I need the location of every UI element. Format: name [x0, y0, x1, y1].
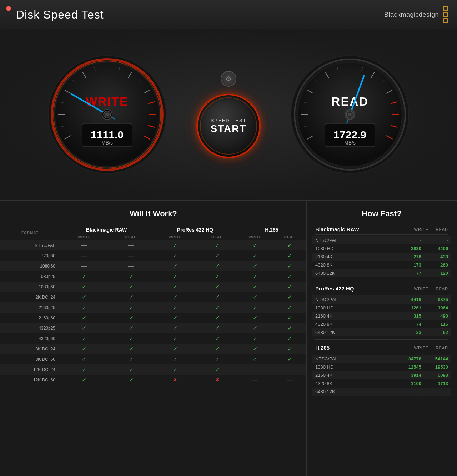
h265-write-cell: ✓ — [237, 323, 273, 333]
check-icon: ✓ — [82, 284, 86, 290]
hf-write-value: 1100 — [402, 381, 421, 386]
hf-write-value: 1261 — [402, 305, 421, 310]
prores-write-cell: ✓ — [153, 250, 197, 261]
check-icon: ✓ — [287, 315, 292, 321]
prores-write-cell: ✓ — [153, 292, 197, 302]
gear-button[interactable]: ⚙ — [221, 71, 236, 87]
check-icon: ✓ — [253, 315, 257, 321]
check-icon: ✓ — [215, 325, 220, 331]
check-icon: ✓ — [129, 346, 134, 352]
check-icon: ✓ — [287, 325, 292, 331]
hf-read-value: 4406 — [428, 246, 448, 251]
table-row: 4320p60 ✓ ✓ ✓ ✓ ✓ ✓ — [0, 333, 306, 344]
braw-write-cell: — — [60, 240, 109, 250]
check-icon: ✓ — [215, 315, 220, 321]
hf-col-headers: WRITE READ — [409, 346, 448, 350]
read-gauge: READ 1722.9 MB/s — [289, 54, 411, 175]
check-icon: ✓ — [173, 273, 177, 279]
braw-read-cell: ✓ — [109, 333, 153, 344]
check-icon: ✓ — [82, 356, 86, 362]
braw-read-cell: ✓ — [109, 354, 153, 364]
braw-write-header: WRITE — [60, 234, 109, 240]
table-row: 4320p25 ✓ ✓ ✓ ✓ ✓ ✓ — [0, 323, 306, 333]
hf-format-name: 4320 8K — [315, 381, 344, 386]
dash-icon: — — [128, 253, 134, 259]
check-icon: ✓ — [215, 273, 220, 279]
hf-data-row: 2160 4K 3914 6093 — [312, 371, 451, 379]
app-window: Disk Speed Test Blackmagicdesign — [0, 0, 457, 476]
braw-write-cell: ✓ — [60, 313, 109, 323]
check-icon: ✓ — [82, 325, 86, 331]
check-icon: ✓ — [287, 304, 292, 310]
hf-write-value: 74 — [402, 321, 421, 327]
hf-data-row: NTSC/PAL 4416 6875 — [312, 295, 451, 304]
brand-square-2 — [443, 12, 448, 17]
h265-read-cell: — — [273, 364, 306, 375]
check-icon: ✓ — [215, 253, 220, 259]
brand-square-1 — [443, 6, 448, 11]
hf-read-value: 269 — [428, 262, 448, 268]
start-button-top-text: SPEED TEST — [211, 118, 247, 123]
hf-format-name: NTSC/PAL — [315, 356, 344, 361]
h265-write-cell: ✓ — [237, 302, 273, 313]
dash-icon: — — [128, 242, 134, 248]
hf-values: 1100 1713 — [402, 381, 448, 386]
check-icon: ✓ — [173, 335, 177, 341]
h265-write-cell: ✓ — [237, 261, 273, 271]
hf-codec-block: H.265 WRITE READ NTSC/PAL 34778 54144 10… — [312, 344, 451, 396]
hf-codec-block: Blackmagic RAW WRITE READ NTSC/PAL - - 1… — [312, 226, 451, 280]
brand-square-3 — [443, 18, 448, 23]
hf-data-row: 6480 12K 33 52 — [312, 328, 451, 336]
check-icon: ✓ — [253, 304, 257, 310]
braw-read-cell: ✓ — [109, 364, 153, 375]
hf-read-value: 19530 — [428, 364, 448, 370]
hf-values: 276 430 — [402, 254, 448, 259]
check-icon: ✓ — [82, 273, 86, 279]
h265-write-cell: ✓ — [237, 344, 273, 354]
hf-data-row: 4320 8K 74 115 — [312, 320, 451, 328]
dash-icon: — — [287, 377, 293, 383]
hf-values: - - — [402, 238, 448, 243]
dash-icon: — — [81, 253, 87, 259]
hf-read-value: 1713 — [428, 381, 448, 386]
hf-format-name: 2160 4K — [315, 313, 344, 319]
hf-format-name: 2160 4K — [315, 254, 344, 259]
hf-write-label: WRITE — [409, 287, 428, 291]
h265-write-cell: ✓ — [237, 282, 273, 292]
dash-icon: — — [81, 263, 87, 269]
braw-read-cell: ✓ — [109, 313, 153, 323]
check-icon: ✓ — [287, 346, 292, 352]
check-icon: ✓ — [253, 356, 257, 362]
check-icon: ✓ — [82, 315, 86, 321]
write-gauge-wrapper: WRITE 1111.0 MB/s — [46, 54, 168, 175]
hf-read-value: 120 — [428, 270, 448, 276]
check-icon: ✓ — [82, 304, 86, 310]
check-icon: ✓ — [215, 294, 220, 300]
table-row: 2K DCI 24 ✓ ✓ ✓ ✓ ✓ ✓ — [0, 292, 306, 302]
prores-read-cell: ✗ — [197, 375, 237, 385]
svg-text:1111.0: 1111.0 — [91, 129, 124, 141]
check-icon: ✓ — [173, 242, 177, 248]
check-icon: ✓ — [253, 253, 257, 259]
start-button[interactable]: SPEED TEST START — [196, 94, 261, 158]
prores-read-cell: ✓ — [197, 292, 237, 302]
h265-read-cell: ✓ — [273, 344, 306, 354]
check-icon: ✓ — [215, 263, 220, 269]
hf-write-value: 276 — [402, 254, 421, 259]
braw-write-cell: ✓ — [60, 292, 109, 302]
close-button[interactable] — [6, 6, 11, 11]
hf-values: 74 115 — [402, 321, 448, 327]
table-row: 1080p25 ✓ ✓ ✓ ✓ ✓ ✓ — [0, 271, 306, 282]
prores-read-cell: ✓ — [197, 250, 237, 261]
hf-format-name: NTSC/PAL — [315, 238, 344, 243]
h265-read-cell: ✓ — [273, 333, 306, 344]
check-icon: ✓ — [173, 263, 177, 269]
section-divider — [315, 339, 448, 340]
hf-codec-name: ProRes 422 HQ — [315, 285, 354, 292]
app-title: Disk Speed Test — [16, 8, 104, 21]
h265-read-cell: ✓ — [273, 313, 306, 323]
hf-write-value: 3914 — [402, 373, 421, 378]
hf-codec-name: Blackmagic RAW — [315, 226, 359, 232]
hf-values: 34778 54144 — [402, 356, 448, 361]
check-icon: ✓ — [129, 294, 134, 300]
